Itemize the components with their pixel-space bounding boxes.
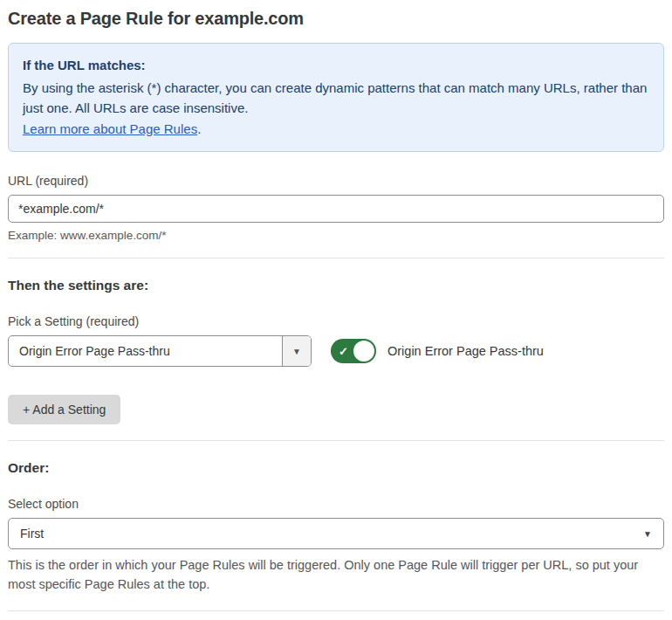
divider [8,610,664,611]
setting-row: Origin Error Page Pass-thru ▼ ✓ Origin E… [8,335,664,367]
order-heading: Order: [8,460,664,476]
info-box-link-line: Learn more about Page Rules. [23,119,649,140]
toggle-label: Origin Error Page Pass-thru [387,344,544,358]
url-hint: Example: www.example.com/* [8,229,664,242]
chevron-down-icon: ▼ [292,347,301,356]
toggle-knob [353,341,374,362]
url-match-info-box: If the URL matches: By using the asteris… [8,43,664,152]
info-box-heading: If the URL matches: [23,55,649,76]
order-select-value: First [20,527,44,541]
setting-picker-label: Pick a Setting (required) [8,314,664,328]
divider [8,258,664,258]
setting-picker[interactable]: Origin Error Page Pass-thru ▼ [8,335,312,367]
order-select-label: Select option [8,497,664,511]
order-help-text: This is the order in which your Page Rul… [8,556,664,595]
link-period: . [197,121,201,136]
settings-heading: Then the settings are: [8,278,664,293]
url-label: URL (required) [8,174,664,188]
url-input[interactable] [8,195,664,223]
setting-picker-arrow-button[interactable]: ▼ [282,336,311,366]
order-select[interactable]: First ▼ [8,518,664,549]
learn-more-link[interactable]: Learn more about Page Rules [23,121,197,136]
add-setting-button[interactable]: + Add a Setting [8,395,120,424]
chevron-down-icon: ▼ [643,529,652,539]
check-icon: ✓ [339,345,348,358]
setting-picker-value: Origin Error Page Pass-thru [9,336,282,366]
divider [8,440,664,441]
page-rule-form: Create a Page Rule for example.com If th… [0,0,672,620]
setting-toggle[interactable]: ✓ [331,339,376,363]
page-title: Create a Page Rule for example.com [8,9,664,29]
info-box-body: By using the asterisk (*) character, you… [23,78,649,119]
